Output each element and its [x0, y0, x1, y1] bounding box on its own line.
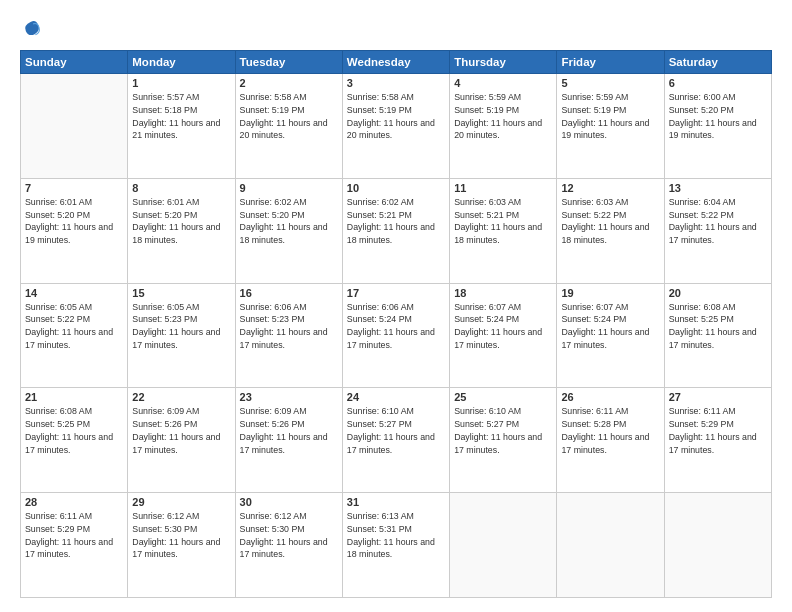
day-info: Sunrise: 6:02 AMSunset: 5:20 PMDaylight:…	[240, 196, 338, 247]
day-info: Sunrise: 5:59 AMSunset: 5:19 PMDaylight:…	[454, 91, 552, 142]
calendar-day-header: Saturday	[664, 51, 771, 74]
day-number: 13	[669, 182, 767, 194]
calendar-cell: 28Sunrise: 6:11 AMSunset: 5:29 PMDayligh…	[21, 493, 128, 598]
day-info: Sunrise: 6:05 AMSunset: 5:23 PMDaylight:…	[132, 301, 230, 352]
day-number: 7	[25, 182, 123, 194]
calendar-cell: 12Sunrise: 6:03 AMSunset: 5:22 PMDayligh…	[557, 178, 664, 283]
day-info: Sunrise: 5:58 AMSunset: 5:19 PMDaylight:…	[240, 91, 338, 142]
day-info: Sunrise: 6:01 AMSunset: 5:20 PMDaylight:…	[132, 196, 230, 247]
calendar-cell: 6Sunrise: 6:00 AMSunset: 5:20 PMDaylight…	[664, 74, 771, 179]
day-number: 31	[347, 496, 445, 508]
day-info: Sunrise: 6:01 AMSunset: 5:20 PMDaylight:…	[25, 196, 123, 247]
day-info: Sunrise: 6:03 AMSunset: 5:22 PMDaylight:…	[561, 196, 659, 247]
calendar-cell	[664, 493, 771, 598]
calendar-cell: 19Sunrise: 6:07 AMSunset: 5:24 PMDayligh…	[557, 283, 664, 388]
day-info: Sunrise: 6:03 AMSunset: 5:21 PMDaylight:…	[454, 196, 552, 247]
day-number: 30	[240, 496, 338, 508]
calendar-week-row: 21Sunrise: 6:08 AMSunset: 5:25 PMDayligh…	[21, 388, 772, 493]
day-info: Sunrise: 6:02 AMSunset: 5:21 PMDaylight:…	[347, 196, 445, 247]
calendar-day-header: Friday	[557, 51, 664, 74]
day-number: 9	[240, 182, 338, 194]
calendar-cell: 11Sunrise: 6:03 AMSunset: 5:21 PMDayligh…	[450, 178, 557, 283]
day-number: 11	[454, 182, 552, 194]
day-info: Sunrise: 6:06 AMSunset: 5:23 PMDaylight:…	[240, 301, 338, 352]
day-number: 24	[347, 391, 445, 403]
day-number: 10	[347, 182, 445, 194]
day-info: Sunrise: 6:12 AMSunset: 5:30 PMDaylight:…	[132, 510, 230, 561]
calendar-cell: 5Sunrise: 5:59 AMSunset: 5:19 PMDaylight…	[557, 74, 664, 179]
logo	[20, 18, 46, 40]
day-number: 4	[454, 77, 552, 89]
day-info: Sunrise: 5:57 AMSunset: 5:18 PMDaylight:…	[132, 91, 230, 142]
day-number: 15	[132, 287, 230, 299]
day-number: 27	[669, 391, 767, 403]
day-number: 3	[347, 77, 445, 89]
day-info: Sunrise: 6:05 AMSunset: 5:22 PMDaylight:…	[25, 301, 123, 352]
calendar-cell: 22Sunrise: 6:09 AMSunset: 5:26 PMDayligh…	[128, 388, 235, 493]
calendar-cell: 8Sunrise: 6:01 AMSunset: 5:20 PMDaylight…	[128, 178, 235, 283]
calendar-cell: 31Sunrise: 6:13 AMSunset: 5:31 PMDayligh…	[342, 493, 449, 598]
calendar-day-header: Wednesday	[342, 51, 449, 74]
day-info: Sunrise: 6:11 AMSunset: 5:29 PMDaylight:…	[669, 405, 767, 456]
calendar-header-row: SundayMondayTuesdayWednesdayThursdayFrid…	[21, 51, 772, 74]
calendar-cell: 14Sunrise: 6:05 AMSunset: 5:22 PMDayligh…	[21, 283, 128, 388]
calendar-cell: 4Sunrise: 5:59 AMSunset: 5:19 PMDaylight…	[450, 74, 557, 179]
day-number: 12	[561, 182, 659, 194]
calendar-cell: 20Sunrise: 6:08 AMSunset: 5:25 PMDayligh…	[664, 283, 771, 388]
day-info: Sunrise: 6:09 AMSunset: 5:26 PMDaylight:…	[132, 405, 230, 456]
day-number: 17	[347, 287, 445, 299]
calendar-cell: 30Sunrise: 6:12 AMSunset: 5:30 PMDayligh…	[235, 493, 342, 598]
day-info: Sunrise: 6:13 AMSunset: 5:31 PMDaylight:…	[347, 510, 445, 561]
day-number: 5	[561, 77, 659, 89]
calendar-week-row: 1Sunrise: 5:57 AMSunset: 5:18 PMDaylight…	[21, 74, 772, 179]
calendar-day-header: Thursday	[450, 51, 557, 74]
calendar-cell: 13Sunrise: 6:04 AMSunset: 5:22 PMDayligh…	[664, 178, 771, 283]
day-info: Sunrise: 6:08 AMSunset: 5:25 PMDaylight:…	[25, 405, 123, 456]
day-number: 8	[132, 182, 230, 194]
day-info: Sunrise: 6:06 AMSunset: 5:24 PMDaylight:…	[347, 301, 445, 352]
day-info: Sunrise: 6:11 AMSunset: 5:28 PMDaylight:…	[561, 405, 659, 456]
day-number: 2	[240, 77, 338, 89]
calendar-cell: 15Sunrise: 6:05 AMSunset: 5:23 PMDayligh…	[128, 283, 235, 388]
day-number: 16	[240, 287, 338, 299]
calendar-cell: 2Sunrise: 5:58 AMSunset: 5:19 PMDaylight…	[235, 74, 342, 179]
header	[20, 18, 772, 40]
day-info: Sunrise: 5:58 AMSunset: 5:19 PMDaylight:…	[347, 91, 445, 142]
day-info: Sunrise: 6:07 AMSunset: 5:24 PMDaylight:…	[454, 301, 552, 352]
day-number: 18	[454, 287, 552, 299]
day-info: Sunrise: 6:12 AMSunset: 5:30 PMDaylight:…	[240, 510, 338, 561]
day-info: Sunrise: 6:04 AMSunset: 5:22 PMDaylight:…	[669, 196, 767, 247]
logo-icon	[20, 18, 42, 40]
calendar-body: 1Sunrise: 5:57 AMSunset: 5:18 PMDaylight…	[21, 74, 772, 598]
calendar-cell: 25Sunrise: 6:10 AMSunset: 5:27 PMDayligh…	[450, 388, 557, 493]
calendar-table: SundayMondayTuesdayWednesdayThursdayFrid…	[20, 50, 772, 598]
day-number: 28	[25, 496, 123, 508]
day-number: 14	[25, 287, 123, 299]
calendar-day-header: Monday	[128, 51, 235, 74]
day-info: Sunrise: 6:07 AMSunset: 5:24 PMDaylight:…	[561, 301, 659, 352]
day-info: Sunrise: 6:10 AMSunset: 5:27 PMDaylight:…	[454, 405, 552, 456]
calendar-cell: 16Sunrise: 6:06 AMSunset: 5:23 PMDayligh…	[235, 283, 342, 388]
calendar-day-header: Sunday	[21, 51, 128, 74]
calendar-cell: 3Sunrise: 5:58 AMSunset: 5:19 PMDaylight…	[342, 74, 449, 179]
calendar-cell	[450, 493, 557, 598]
calendar-cell: 24Sunrise: 6:10 AMSunset: 5:27 PMDayligh…	[342, 388, 449, 493]
day-info: Sunrise: 6:08 AMSunset: 5:25 PMDaylight:…	[669, 301, 767, 352]
calendar-cell: 10Sunrise: 6:02 AMSunset: 5:21 PMDayligh…	[342, 178, 449, 283]
calendar-cell: 26Sunrise: 6:11 AMSunset: 5:28 PMDayligh…	[557, 388, 664, 493]
day-info: Sunrise: 5:59 AMSunset: 5:19 PMDaylight:…	[561, 91, 659, 142]
calendar-cell	[21, 74, 128, 179]
calendar-week-row: 7Sunrise: 6:01 AMSunset: 5:20 PMDaylight…	[21, 178, 772, 283]
day-number: 19	[561, 287, 659, 299]
day-info: Sunrise: 6:00 AMSunset: 5:20 PMDaylight:…	[669, 91, 767, 142]
calendar-cell	[557, 493, 664, 598]
calendar-cell: 27Sunrise: 6:11 AMSunset: 5:29 PMDayligh…	[664, 388, 771, 493]
calendar-cell: 17Sunrise: 6:06 AMSunset: 5:24 PMDayligh…	[342, 283, 449, 388]
day-number: 23	[240, 391, 338, 403]
day-info: Sunrise: 6:10 AMSunset: 5:27 PMDaylight:…	[347, 405, 445, 456]
day-info: Sunrise: 6:09 AMSunset: 5:26 PMDaylight:…	[240, 405, 338, 456]
page: SundayMondayTuesdayWednesdayThursdayFrid…	[0, 0, 792, 612]
calendar-cell: 18Sunrise: 6:07 AMSunset: 5:24 PMDayligh…	[450, 283, 557, 388]
day-number: 20	[669, 287, 767, 299]
day-number: 26	[561, 391, 659, 403]
